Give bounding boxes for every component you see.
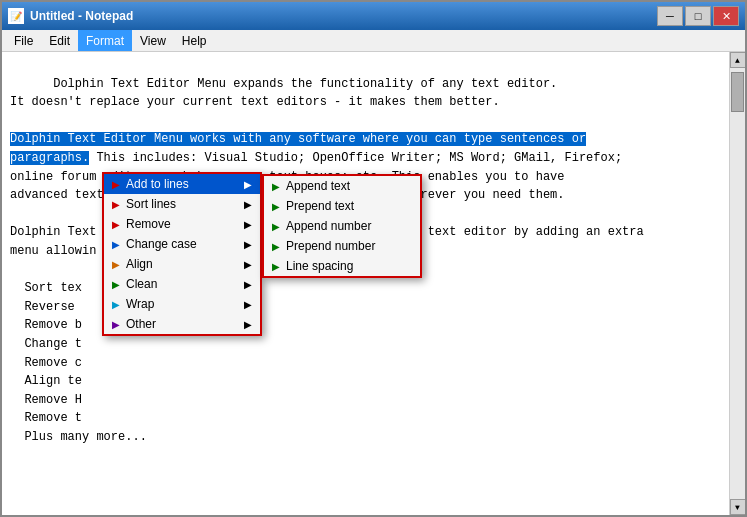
clean-arrow: ▶	[244, 279, 252, 290]
ctx-append-number-label: Append number	[286, 219, 371, 233]
ctx-sort-lines[interactable]: ▶ Sort lines ▶	[104, 194, 260, 214]
menu-help[interactable]: Help	[174, 30, 215, 51]
ctx-prepend-number-label: Prepend number	[286, 239, 375, 253]
remove-arrow: ▶	[244, 219, 252, 230]
ctx-wrap-label: Wrap	[126, 297, 154, 311]
close-button[interactable]: ✕	[713, 6, 739, 26]
notepad-window: 📝 Untitled - Notepad ─ □ ✕ File Edit For…	[0, 0, 747, 517]
menu-file[interactable]: File	[6, 30, 41, 51]
sort-lines-arrow: ▶	[244, 199, 252, 210]
other-arrow: ▶	[244, 319, 252, 330]
ctx-prepend-text[interactable]: ▶ Prepend text	[264, 196, 420, 216]
other-icon: ▶	[110, 318, 122, 330]
sort-lines-icon: ▶	[110, 198, 122, 210]
ctx-add-to-lines-label: Add to lines	[126, 177, 189, 191]
window-title: Untitled - Notepad	[30, 9, 133, 23]
context-menu[interactable]: ▶ Add to lines ▶ ▶ Sort lines ▶ ▶ Remove…	[102, 172, 262, 336]
ctx-remove-label: Remove	[126, 217, 171, 231]
ctx-prepend-number[interactable]: ▶ Prepend number	[264, 236, 420, 256]
scroll-thumb[interactable]	[731, 72, 744, 112]
scroll-up-button[interactable]: ▲	[730, 52, 746, 68]
ctx-line-spacing-label: Line spacing	[286, 259, 353, 273]
change-case-arrow: ▶	[244, 239, 252, 250]
change-case-icon: ▶	[110, 238, 122, 250]
scroll-down-button[interactable]: ▼	[730, 499, 746, 515]
align-icon: ▶	[110, 258, 122, 270]
append-text-icon: ▶	[270, 180, 282, 192]
title-bar-left: 📝 Untitled - Notepad	[8, 8, 133, 24]
line-spacing-icon: ▶	[270, 260, 282, 272]
prepend-text-icon: ▶	[270, 200, 282, 212]
scroll-track[interactable]	[730, 68, 745, 499]
ctx-align-label: Align	[126, 257, 153, 271]
wrap-arrow: ▶	[244, 299, 252, 310]
ctx-line-spacing[interactable]: ▶ Line spacing	[264, 256, 420, 276]
minimize-button[interactable]: ─	[657, 6, 683, 26]
menu-view[interactable]: View	[132, 30, 174, 51]
ctx-prepend-text-label: Prepend text	[286, 199, 354, 213]
vertical-scrollbar[interactable]: ▲ ▼	[729, 52, 745, 515]
menu-bar: File Edit Format View Help	[2, 30, 745, 52]
ctx-change-case[interactable]: ▶ Change case ▶	[104, 234, 260, 254]
ctx-align[interactable]: ▶ Align ▶	[104, 254, 260, 274]
menu-format[interactable]: Format	[78, 30, 132, 51]
ctx-sort-lines-label: Sort lines	[126, 197, 176, 211]
add-to-lines-arrow: ▶	[244, 179, 252, 190]
add-to-lines-icon: ▶	[110, 178, 122, 190]
ctx-other[interactable]: ▶ Other ▶	[104, 314, 260, 334]
ctx-append-text[interactable]: ▶ Append text	[264, 176, 420, 196]
clean-icon: ▶	[110, 278, 122, 290]
align-arrow: ▶	[244, 259, 252, 270]
prepend-number-icon: ▶	[270, 240, 282, 252]
ctx-add-to-lines[interactable]: ▶ Add to lines ▶	[104, 174, 260, 194]
ctx-change-case-label: Change case	[126, 237, 197, 251]
title-bar-buttons: ─ □ ✕	[657, 6, 739, 26]
ctx-clean-label: Clean	[126, 277, 157, 291]
ctx-wrap[interactable]: ▶ Wrap ▶	[104, 294, 260, 314]
ctx-append-number[interactable]: ▶ Append number	[264, 216, 420, 236]
menu-edit[interactable]: Edit	[41, 30, 78, 51]
maximize-button[interactable]: □	[685, 6, 711, 26]
submenu-add-to-lines[interactable]: ▶ Append text ▶ Prepend text ▶ Append nu…	[262, 174, 422, 278]
ctx-other-label: Other	[126, 317, 156, 331]
text-line1: Dolphin Text Editor Menu expands the fun…	[10, 77, 557, 110]
ctx-clean[interactable]: ▶ Clean ▶	[104, 274, 260, 294]
remove-icon: ▶	[110, 218, 122, 230]
wrap-icon: ▶	[110, 298, 122, 310]
append-number-icon: ▶	[270, 220, 282, 232]
ctx-append-text-label: Append text	[286, 179, 350, 193]
editor-container: Dolphin Text Editor Menu expands the fun…	[2, 52, 745, 515]
app-icon: 📝	[8, 8, 24, 24]
title-bar: 📝 Untitled - Notepad ─ □ ✕	[2, 2, 745, 30]
ctx-remove[interactable]: ▶ Remove ▶	[104, 214, 260, 234]
